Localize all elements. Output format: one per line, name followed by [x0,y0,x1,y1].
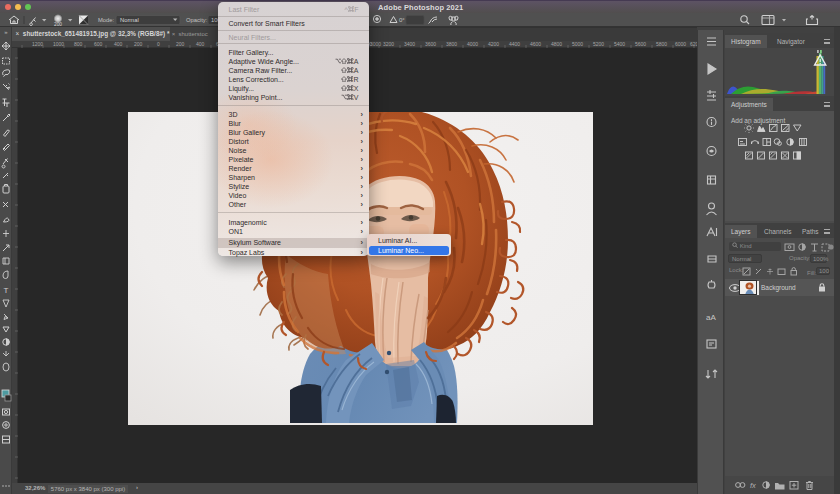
svg-text:0°: 0° [399,17,405,23]
svg-text:1200: 1200 [32,41,43,47]
svg-text:3600: 3600 [425,41,436,47]
svg-text:fx: fx [750,481,756,490]
svg-text:5800: 5800 [656,41,667,47]
svg-text:800: 800 [74,41,83,47]
svg-text:Opacity:: Opacity: [186,17,208,23]
svg-text:5000: 5000 [572,41,583,47]
svg-text:400: 400 [196,41,205,47]
svg-text:3200: 3200 [383,41,394,47]
svg-text:T: T [4,286,9,295]
svg-text:5600: 5600 [635,41,646,47]
svg-text:Mode:: Mode: [98,17,115,23]
svg-text:6200: 6200 [690,41,697,47]
svg-text:»: » [4,29,8,35]
svg-text:200: 200 [176,41,185,47]
svg-text:aA: aA [706,313,716,322]
svg-text:4200: 4200 [488,41,499,47]
svg-text:200: 200 [134,41,143,47]
svg-text:5400: 5400 [614,41,625,47]
svg-text:5200: 5200 [593,41,604,47]
svg-text:4800: 4800 [551,41,562,47]
svg-text:3000: 3000 [370,41,381,47]
svg-text:600: 600 [94,41,103,47]
svg-text:400: 400 [114,41,123,47]
svg-text:4000: 4000 [467,41,478,47]
svg-text:4400: 4400 [509,41,520,47]
svg-text:0: 0 [157,41,160,47]
svg-text:3800: 3800 [446,41,457,47]
svg-text:1000: 1000 [53,41,64,47]
svg-text:4600: 4600 [530,41,541,47]
svg-text:3400: 3400 [404,41,415,47]
svg-text:Normal: Normal [120,17,139,23]
svg-text:6000: 6000 [675,41,686,47]
